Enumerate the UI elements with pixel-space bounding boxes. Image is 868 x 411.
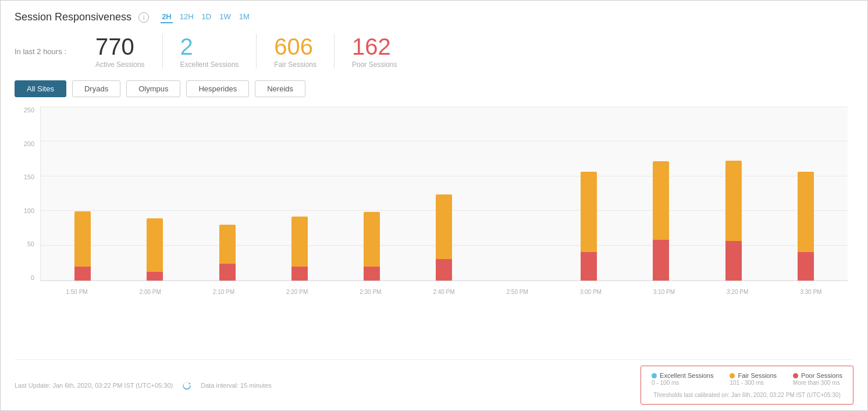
legend-item-poor: Poor Sessions More than 300 ms	[793, 372, 842, 386]
y-axis: 250 200 150 100 50 0	[15, 107, 38, 281]
legend-item-fair: Fair Sessions 101 - 300 ms	[730, 372, 777, 386]
x-label: 3:00 PM	[573, 289, 608, 295]
footer-left: Last Update: Jan 6th, 2020, 03:22 PM IST…	[15, 381, 272, 390]
bars-area	[41, 107, 848, 281]
y-label-100: 100	[24, 207, 34, 214]
stats-row: In last 2 hours : 770 Active Sessions 2 …	[15, 34, 853, 69]
active-sessions-label: Active Sessions	[95, 61, 145, 69]
stats-label: In last 2 hours :	[15, 47, 66, 56]
site-btn-hesperides[interactable]: Hesperides	[186, 80, 249, 97]
x-label: 2:40 PM	[426, 289, 461, 295]
y-label-0: 0	[31, 274, 34, 281]
legend-box: Excellent Sessions 0 - 100 ms Fair Sessi…	[641, 366, 853, 405]
tab-12h[interactable]: 12H	[179, 11, 195, 23]
bar-group	[288, 217, 311, 281]
bar-group	[71, 211, 94, 281]
legend-threshold: Thresholds last calibrated on: Jan 6th, …	[652, 392, 842, 398]
legend-label-poor: Poor Sessions	[801, 372, 842, 379]
tab-1m[interactable]: 1M	[238, 11, 251, 23]
chart-container: 250 200 150 100 50 0 1	[15, 107, 853, 357]
x-label: 1:50 PM	[59, 289, 94, 295]
stat-excellent-sessions: 2 Excellent Sessions	[163, 34, 257, 69]
poor-sessions-value: 162	[352, 34, 391, 59]
x-label: 3:20 PM	[720, 289, 755, 295]
x-axis: 1:50 PM2:00 PM2:10 PM2:20 PM2:30 PM2:40 …	[40, 285, 848, 299]
legend-item-excellent: Excellent Sessions 0 - 100 ms	[652, 372, 713, 386]
excellent-sessions-label: Excellent Sessions	[180, 61, 239, 69]
x-label: 3:10 PM	[646, 289, 681, 295]
refresh-icon[interactable]	[182, 381, 191, 390]
info-icon[interactable]: i	[138, 12, 149, 23]
bar-group	[722, 161, 745, 281]
x-label: 2:20 PM	[280, 289, 315, 295]
data-interval-text: Data interval: 15 minutes	[201, 382, 272, 389]
legend-dot-fair	[730, 373, 735, 378]
legend-range-poor: More than 300 ms	[793, 380, 840, 386]
stat-poor-sessions: 162 Poor Sessions	[335, 34, 414, 69]
bar-group	[216, 225, 239, 281]
fair-sessions-value: 606	[274, 34, 313, 59]
bar-group	[143, 218, 166, 281]
bar-group	[432, 194, 456, 281]
legend-range-fair: 101 - 300 ms	[730, 380, 763, 386]
active-sessions-value: 770	[95, 34, 134, 59]
legend-range-excellent: 0 - 100 ms	[652, 380, 679, 386]
bar-group	[360, 212, 383, 281]
x-label: 2:10 PM	[206, 289, 241, 295]
bar-group	[577, 172, 600, 281]
tab-1d[interactable]: 1D	[201, 11, 213, 23]
y-label-200: 200	[24, 140, 34, 147]
site-btn-dryads[interactable]: Dryads	[72, 80, 120, 97]
site-btn-nereids[interactable]: Nereids	[255, 80, 305, 97]
stat-active-sessions: 770 Active Sessions	[78, 34, 163, 69]
stat-fair-sessions: 606 Fair Sessions	[257, 34, 335, 69]
legend-row: Excellent Sessions 0 - 100 ms Fair Sessi…	[652, 372, 842, 386]
excellent-sessions-value: 2	[180, 34, 193, 59]
chart-inner: 250 200 150 100 50 0 1	[15, 107, 853, 299]
y-label-150: 150	[24, 173, 34, 180]
legend-dot-poor	[793, 373, 798, 378]
site-btn-olympus[interactable]: Olympus	[126, 80, 180, 97]
poor-sessions-label: Poor Sessions	[352, 61, 397, 69]
site-btn-all-sites[interactable]: All Sites	[15, 80, 66, 97]
x-label: 2:50 PM	[500, 289, 535, 295]
last-update-text: Last Update: Jan 6th, 2020, 03:22 PM IST…	[15, 382, 173, 389]
bar-group	[649, 161, 673, 281]
site-filter-group: All Sites Dryads Olympus Hesperides Nere…	[15, 80, 853, 97]
legend-label-excellent: Excellent Sessions	[660, 372, 713, 379]
y-label-50: 50	[27, 240, 34, 247]
footer: Last Update: Jan 6th, 2020, 03:22 PM IST…	[15, 359, 853, 410]
bar-group	[794, 172, 817, 281]
legend-dot-excellent	[652, 373, 657, 378]
y-label-250: 250	[24, 107, 34, 114]
x-label: 3:30 PM	[794, 289, 828, 295]
x-label: 2:30 PM	[353, 289, 388, 295]
tab-2h[interactable]: 2H	[161, 11, 173, 23]
chart-plot	[40, 107, 848, 281]
page-title: Session Responsiveness	[15, 11, 131, 23]
time-tab-group: 2H 12H 1D 1W 1M	[161, 11, 251, 23]
legend-label-fair: Fair Sessions	[738, 372, 777, 379]
x-label: 2:00 PM	[133, 289, 168, 295]
tab-1w[interactable]: 1W	[218, 11, 232, 23]
fair-sessions-label: Fair Sessions	[274, 61, 316, 69]
